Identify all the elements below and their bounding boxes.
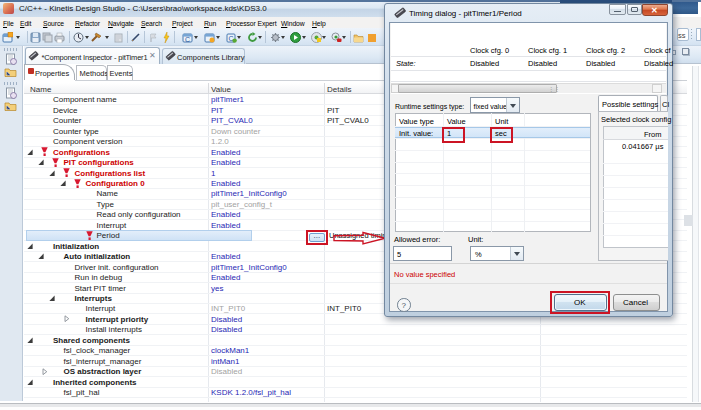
svg-text:C: C: [185, 36, 190, 43]
